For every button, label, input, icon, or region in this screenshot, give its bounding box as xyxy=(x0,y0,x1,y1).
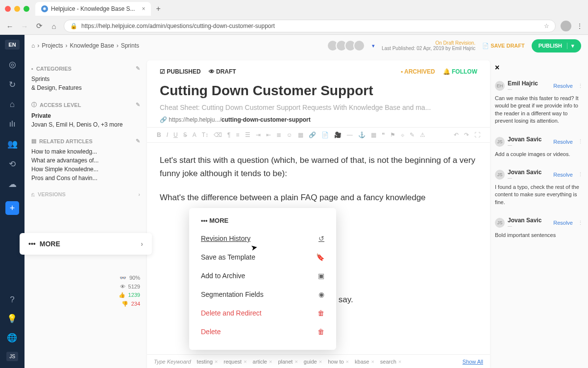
related-article[interactable]: What are advantages of... xyxy=(31,156,140,165)
chevron-right-icon[interactable]: › xyxy=(138,191,140,197)
edit-icon[interactable]: ✎ xyxy=(136,138,140,144)
tag-item[interactable]: article× xyxy=(253,359,272,365)
edit-icon[interactable]: ✎ xyxy=(136,65,140,72)
strike-icon[interactable]: S̶ xyxy=(183,131,187,138)
related-article[interactable]: How to make knowledg... xyxy=(31,147,140,156)
breadcrumb-sprints[interactable]: Sprints xyxy=(121,42,139,49)
outdent-icon[interactable]: ⇤ xyxy=(266,131,271,138)
new-tab-button[interactable]: + xyxy=(156,4,160,13)
anchor-icon[interactable]: ⚓ xyxy=(358,131,366,138)
language-switcher[interactable]: EN xyxy=(5,40,19,50)
tag-item[interactable]: kbase× xyxy=(355,359,374,365)
image-icon[interactable]: ▦ xyxy=(298,131,303,138)
clear-icon[interactable]: ⌫ xyxy=(214,131,222,138)
save-draft-button[interactable]: 📄 SAVE DRAFT xyxy=(482,43,525,49)
resolve-button[interactable]: Resolve xyxy=(553,220,573,226)
bold-icon[interactable]: B xyxy=(157,131,161,138)
segmentation-item[interactable]: Segmentation Fields◉ xyxy=(189,285,336,304)
show-all-tags[interactable]: Show All xyxy=(463,359,483,365)
reload-button[interactable]: ⟳ xyxy=(34,22,44,30)
italic-icon[interactable]: I xyxy=(167,131,168,138)
forward-button[interactable]: → xyxy=(20,22,29,30)
users-icon[interactable]: 👥 xyxy=(7,139,18,149)
delete-redirect-item[interactable]: Delete and Redirect🗑 xyxy=(189,304,336,322)
user-badge[interactable]: JS xyxy=(6,352,18,361)
archived-badge[interactable]: ▪ ARCHIVED xyxy=(401,68,435,75)
history-icon[interactable]: ↻ xyxy=(9,79,16,90)
versions-heading[interactable]: VERSIONS xyxy=(38,191,66,197)
table-icon[interactable]: ▦ xyxy=(371,131,376,138)
file-icon[interactable]: 📄 xyxy=(321,131,329,138)
paragraph-icon[interactable]: ¶ xyxy=(227,131,230,138)
profile-avatar[interactable] xyxy=(561,21,571,31)
expand-icon[interactable]: ⛶ xyxy=(474,131,480,138)
comment-menu-icon[interactable]: ⋮ xyxy=(578,220,583,226)
close-window-icon[interactable] xyxy=(5,6,11,12)
related-article[interactable]: How Simple Knowledne... xyxy=(31,165,140,174)
article-title[interactable]: Cutting Down Customer Support xyxy=(160,83,477,99)
divider-icon[interactable]: — xyxy=(347,131,353,138)
comment-item[interactable]: JSJovan Savic—Resolve⋮ Bold important se… xyxy=(495,217,583,239)
more-button-expanded[interactable]: •••MORE› xyxy=(20,233,152,255)
maximize-window-icon[interactable] xyxy=(24,6,29,12)
breadcrumb-projects[interactable]: Projects xyxy=(42,42,63,49)
tag-item[interactable]: testing× xyxy=(197,359,218,365)
help-icon[interactable]: ? xyxy=(10,295,14,305)
link-icon[interactable]: 🔗 xyxy=(309,131,316,138)
minimize-window-icon[interactable] xyxy=(14,6,20,12)
flag-icon[interactable]: ⚑ xyxy=(390,131,395,138)
avatars-dropdown-icon[interactable]: ▾ xyxy=(372,43,375,49)
comment-menu-icon[interactable]: ⋮ xyxy=(578,138,583,145)
comment-menu-icon[interactable]: ⋮ xyxy=(578,171,583,178)
warning-icon[interactable]: ⚠ xyxy=(420,131,425,138)
breadcrumb-kb[interactable]: Knowledge Base xyxy=(70,42,114,49)
idea-icon[interactable]: 💡 xyxy=(7,314,17,324)
tag-item[interactable]: planet× xyxy=(278,359,297,365)
list-ul-icon[interactable]: ≡ xyxy=(236,131,240,138)
comment-item[interactable]: EHEmil Hajric—Resolve⋮ Can we make this … xyxy=(495,80,583,125)
address-bar[interactable]: 🔒 https://help.helpjuice.com/admin/quest… xyxy=(64,20,556,32)
revision-history-item[interactable]: Revision History↺ xyxy=(189,229,336,248)
publish-button[interactable]: PUBLISH ▾ xyxy=(532,39,581,53)
browser-menu-icon[interactable]: ⋮ xyxy=(576,22,583,30)
published-toggle[interactable]: ☑ PUBLISHED xyxy=(160,68,201,75)
collaborator-avatars[interactable] xyxy=(330,40,365,52)
tag-item[interactable]: search× xyxy=(380,359,401,365)
resolve-button[interactable]: Resolve xyxy=(553,139,573,145)
home-button[interactable]: ⌂ xyxy=(49,22,59,30)
follow-button[interactable]: 🔔 FOLLOW xyxy=(443,68,477,75)
edit-icon[interactable]: ✎ xyxy=(410,131,415,138)
analytics-icon[interactable]: ılı xyxy=(9,119,15,129)
related-article[interactable]: Pros and Cons of havin... xyxy=(31,174,140,183)
indent-icon[interactable]: ⇥ xyxy=(256,131,261,138)
article-url[interactable]: 🔗 https://help.helpju.../cutting-down-cu… xyxy=(160,116,477,123)
home-icon[interactable]: ⌂ xyxy=(10,100,15,109)
comment-item[interactable]: JSJovan Savic—Resolve⋮ I found a typo, c… xyxy=(495,169,583,206)
comment-menu-icon[interactable]: ⋮ xyxy=(578,83,583,89)
resolve-button[interactable]: Resolve xyxy=(553,172,573,178)
tag-item[interactable]: request× xyxy=(223,359,246,365)
home-icon[interactable]: ⌂ xyxy=(31,42,35,49)
resolve-button[interactable]: Resolve xyxy=(553,83,573,89)
video-icon[interactable]: 🎥 xyxy=(334,131,342,138)
article-subtitle[interactable]: Cheat Sheet: Cutting Down Customer Suppo… xyxy=(160,104,477,111)
bookmark-star-icon[interactable]: ☆ xyxy=(544,23,549,29)
cloud-icon[interactable]: ☁ xyxy=(8,179,17,189)
quote-icon[interactable]: ❝ xyxy=(382,131,385,138)
textcolor-icon[interactable]: T↕ xyxy=(202,131,208,138)
add-button[interactable]: + xyxy=(5,201,19,215)
globe-icon[interactable]: 🌐 xyxy=(7,333,17,343)
font-icon[interactable]: A xyxy=(193,131,196,138)
close-tab-icon[interactable]: × xyxy=(142,5,145,12)
delete-item[interactable]: Delete🗑 xyxy=(189,322,336,341)
close-comments-icon[interactable]: × xyxy=(495,63,583,72)
edit-icon[interactable]: ✎ xyxy=(136,102,140,108)
tag-item[interactable]: guide× xyxy=(304,359,322,365)
type-keyword-input[interactable]: Type Keywoard xyxy=(154,359,191,365)
save-template-item[interactable]: Save as Template🔖 xyxy=(189,248,336,266)
target-icon[interactable]: ◎ xyxy=(9,59,16,70)
align-icon[interactable]: ≣ xyxy=(276,131,281,138)
back-button[interactable]: ← xyxy=(5,22,15,30)
list-ol-icon[interactable]: ☰ xyxy=(245,131,250,138)
undo-icon[interactable]: ↶ xyxy=(454,131,459,138)
